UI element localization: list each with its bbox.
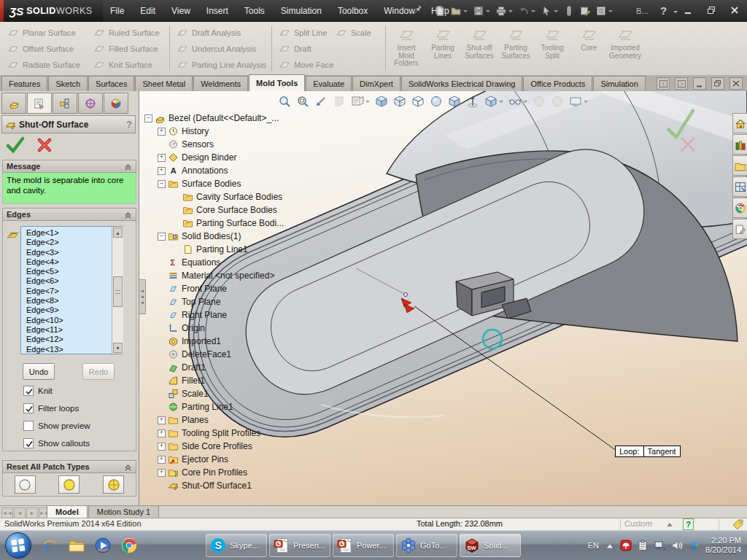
wireframe-icon[interactable] bbox=[446, 94, 463, 109]
edge-list-item[interactable]: Edge<13> bbox=[26, 345, 123, 354]
expand-icon[interactable]: + bbox=[158, 469, 166, 477]
expand-icon[interactable]: + bbox=[158, 154, 166, 162]
display-style-icon[interactable] bbox=[482, 94, 506, 109]
ribbon-imported-geometry[interactable]: Imported Geometry bbox=[607, 23, 643, 68]
ribbon-draft-analysis[interactable]: Draft Analysis bbox=[174, 25, 269, 41]
status-help-icon[interactable]: ? bbox=[683, 518, 694, 530]
ribbon-offset-surface[interactable]: Offset Surface bbox=[4, 41, 83, 57]
tab-solidworks-electrical-drawing[interactable]: SolidWorks Electrical Drawing bbox=[401, 76, 523, 91]
tree-item-front-plane[interactable]: Front Plane bbox=[144, 282, 363, 295]
vertex-marker[interactable] bbox=[404, 293, 408, 297]
taskbar-app-solid[interactable]: SWSolid... bbox=[460, 534, 521, 557]
tree-item-core-surface-bodies[interactable]: Core Surface Bodies bbox=[144, 203, 363, 217]
tree-item-parting-line1[interactable]: Parting Line1 bbox=[144, 243, 363, 256]
checkbox-show-callouts[interactable]: Show callouts bbox=[23, 438, 90, 448]
previous-view-icon[interactable] bbox=[312, 94, 330, 109]
file-explorer-icon[interactable] bbox=[732, 155, 747, 176]
tab-sheet-metal[interactable]: Sheet Metal bbox=[135, 76, 193, 91]
language-indicator[interactable]: EN bbox=[588, 541, 599, 550]
tree-item-parting-line1[interactable]: Parting Line1 bbox=[144, 400, 363, 413]
ribbon-insert-mold-folders[interactable]: Insert Mold Folders bbox=[388, 23, 425, 68]
scroll-down-arrow[interactable]: ▼ bbox=[113, 343, 123, 353]
expand-icon[interactable]: + bbox=[158, 456, 166, 464]
tab-evaluate[interactable]: Evaluate bbox=[306, 76, 352, 91]
tree-item-material-not-specified[interactable]: Material <not specified> bbox=[144, 269, 363, 282]
doc-tab-motion-study-1[interactable]: Motion Study 1 bbox=[88, 506, 159, 518]
hide-show-items-icon[interactable] bbox=[506, 94, 530, 109]
view-axis-icon[interactable] bbox=[464, 94, 481, 109]
ribbon-shut-off-surfaces[interactable]: Shut-off Surfaces bbox=[461, 23, 498, 68]
custom-properties-icon[interactable] bbox=[732, 219, 747, 239]
ribbon-draft[interactable]: Draft bbox=[276, 41, 336, 57]
ribbon-parting-lines[interactable]: Parting Lines bbox=[425, 23, 461, 68]
ribbon-knit-surface[interactable]: Knit Surface bbox=[90, 57, 163, 73]
taskbar-app-power[interactable]: Power... bbox=[333, 534, 394, 557]
tree-item-imported1[interactable]: Imported1 bbox=[144, 335, 363, 348]
ribbon-scale[interactable]: Scale bbox=[333, 25, 374, 41]
hidden-lines-removed-icon[interactable] bbox=[409, 94, 427, 109]
taskbar-app-skype[interactable]: SSkype... bbox=[206, 534, 267, 557]
edge-list-item[interactable]: Edge<6> bbox=[26, 276, 123, 286]
selected-loop-highlight[interactable] bbox=[483, 330, 502, 349]
edge-list-item[interactable]: Edge<1> bbox=[26, 228, 123, 238]
tree-item-solid-bodies-1[interactable]: −Solid Bodies(1) bbox=[144, 230, 363, 243]
action-center-icon[interactable] bbox=[637, 540, 649, 551]
minimize-button[interactable] bbox=[678, 3, 697, 18]
propertymanager-tab[interactable] bbox=[27, 93, 52, 114]
patch-no-fill-button[interactable] bbox=[103, 475, 124, 494]
zoom-area-icon[interactable] bbox=[294, 94, 311, 109]
ribbon-move-face[interactable]: Move Face bbox=[276, 57, 336, 73]
internet-explorer-icon[interactable]: e bbox=[42, 537, 58, 553]
volume-icon[interactable] bbox=[671, 540, 683, 551]
tab-sketch[interactable]: Sketch bbox=[48, 76, 88, 91]
ribbon-undercut-analysis[interactable]: Undercut Analysis bbox=[174, 41, 269, 57]
edge-selection-listbox[interactable]: Edge<1>Edge<2>Edge<3>Edge<4>Edge<5>Edge<… bbox=[20, 226, 123, 354]
tree-item-scale1[interactable]: Scale1 bbox=[144, 387, 363, 400]
tree-item-annotations[interactable]: +AAnnotations bbox=[144, 164, 363, 177]
displaymanager-tab[interactable] bbox=[104, 93, 128, 114]
menu-simulation[interactable]: Simulation bbox=[273, 0, 330, 22]
solidworks-resources-icon[interactable] bbox=[732, 113, 747, 133]
taskbar-clock[interactable]: 2:20 PM 8/20/2014 bbox=[705, 536, 744, 555]
tree-item-side-core-profiles[interactable]: +Side Core Profiles bbox=[144, 440, 363, 453]
zoom-fit-icon[interactable] bbox=[276, 94, 293, 109]
menu-file[interactable]: File bbox=[102, 0, 132, 22]
scroll-up-arrow[interactable]: ▲ bbox=[113, 228, 123, 238]
custom-dropdown-arrow[interactable] bbox=[667, 523, 673, 526]
patch-contact-button[interactable] bbox=[15, 475, 36, 494]
menu-toolbox[interactable]: Toolbox bbox=[330, 0, 376, 22]
edge-list-item[interactable]: Edge<9> bbox=[26, 306, 123, 315]
checkbox-knit[interactable]: Knit bbox=[23, 386, 53, 396]
tree-item-history[interactable]: +History bbox=[144, 125, 363, 138]
shaded-with-edges-icon[interactable] bbox=[373, 94, 390, 109]
message-section-header[interactable]: Message bbox=[2, 160, 136, 173]
tree-item-sensors[interactable]: Sensors bbox=[144, 138, 363, 151]
options-icon[interactable] bbox=[593, 3, 616, 19]
collapse-chevron-icon[interactable] bbox=[124, 210, 132, 219]
next-tab-button[interactable]: ► bbox=[26, 508, 38, 518]
ribbon-ruled-surface[interactable]: Ruled Surface bbox=[90, 25, 163, 41]
tab-surfaces[interactable]: Surfaces bbox=[88, 76, 134, 91]
graphics-viewport[interactable]: −Bezel (Default<<Default>_...+HistorySen… bbox=[139, 91, 747, 505]
expand-icon[interactable]: + bbox=[158, 128, 166, 136]
taskbar-app-presen[interactable]: Presen... bbox=[269, 534, 330, 557]
tree-item-planes[interactable]: +Planes bbox=[144, 413, 363, 427]
start-button[interactable] bbox=[4, 532, 32, 559]
media-player-icon[interactable] bbox=[95, 537, 111, 553]
view-orientation-icon[interactable] bbox=[349, 94, 372, 109]
view-palette-icon[interactable] bbox=[732, 176, 747, 197]
tree-item-shut-off-surface1[interactable]: Shut-Off Surface1 bbox=[144, 479, 363, 492]
new-document-icon[interactable] bbox=[432, 3, 448, 19]
featuremanager-tab[interactable] bbox=[1, 93, 26, 114]
chrome-icon[interactable] bbox=[121, 537, 137, 553]
doc-tab-model[interactable]: Model bbox=[47, 506, 88, 518]
window-prev-icon[interactable] bbox=[657, 77, 670, 90]
edit-appearance-icon[interactable] bbox=[530, 94, 548, 109]
tab-dimxpert[interactable]: DimXpert bbox=[352, 76, 400, 91]
tree-item-equations[interactable]: ΣEquations bbox=[144, 256, 363, 269]
patch-tangent-button[interactable] bbox=[58, 475, 80, 494]
tree-item-parting-surface-bodi[interactable]: Parting Surface Bodi... bbox=[144, 217, 363, 230]
tree-item-ejector-pins[interactable]: +Ejector Pins bbox=[144, 453, 363, 466]
custom-dropdown[interactable]: Custom bbox=[624, 519, 652, 528]
file-properties-icon[interactable] bbox=[577, 3, 593, 19]
